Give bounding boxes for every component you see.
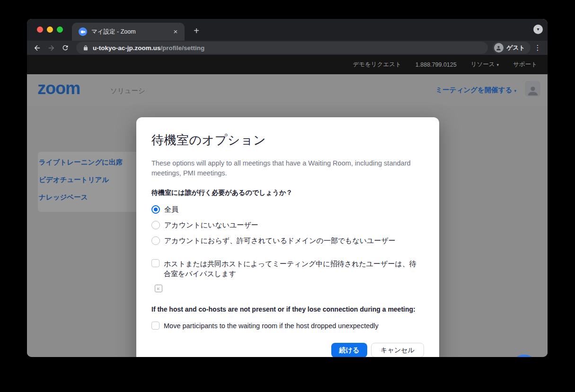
url-text: u-tokyo-ac-jp.zoom.us/profile/setting [93, 44, 204, 52]
zoom-logo[interactable]: zoom [37, 80, 80, 97]
close-window-button[interactable] [37, 26, 43, 33]
dialog-actions: 続ける キャンセル [331, 343, 424, 357]
broken-image-icon: v. [155, 285, 162, 292]
new-tab-button[interactable]: + [190, 25, 203, 38]
back-icon[interactable] [31, 42, 43, 54]
nav-item-solutions[interactable]: ソリューシ [110, 87, 145, 96]
zoom-favicon-icon [79, 27, 87, 36]
site-header: zoom ソリューシ ミーティングを開催する▾ [27, 74, 548, 105]
tab-strip: マイ設定 - Zoom × + ▾ [27, 19, 548, 41]
tab-title: マイ設定 - Zoom [91, 28, 171, 36]
radio-option-users-not-in-allowed-domains[interactable]: アカウントにおらず、許可されているドメインの一部でもないユーザー [151, 236, 424, 245]
bypass-waiting-room-checkbox-row[interactable]: ホストまたは共同ホストによってミーティング中に招待されたユーザーは、待合室をバイ… [151, 259, 424, 279]
address-bar[interactable]: u-tokyo-ac-jp.zoom.us/profile/setting [76, 42, 488, 54]
guest-avatar-icon [494, 43, 504, 52]
checkbox-unchecked-icon[interactable] [151, 322, 159, 330]
move-participants-checkbox-row[interactable]: Move participants to the waiting room if… [151, 321, 424, 331]
profile-guest-button[interactable]: ゲスト [493, 42, 531, 54]
link-video-tutorials[interactable]: ビデオチュートリアル [39, 175, 109, 184]
browser-toolbar: u-tokyo-ac-jp.zoom.us/profile/setting ゲス… [27, 41, 548, 55]
radio-unselected-icon[interactable] [151, 236, 160, 245]
link-knowledge-base[interactable]: ナレッジベース [39, 193, 88, 202]
guest-label: ゲスト [507, 44, 525, 52]
continue-button[interactable]: 続ける [331, 343, 368, 357]
url-host: u-tokyo-ac-jp.zoom.us [93, 44, 160, 52]
chevron-down-icon: ▾ [514, 88, 516, 93]
browser-menu-icon[interactable]: ⋮ [532, 44, 543, 52]
topbar-link-resources[interactable]: リソース▾ [471, 61, 499, 69]
link-live-training[interactable]: ライブトレーニングに出席 [39, 158, 123, 167]
forward-icon[interactable] [45, 42, 57, 54]
chevron-down-icon: ▾ [497, 62, 499, 67]
tab-search-chevron-icon[interactable]: ▾ [533, 25, 543, 34]
browser-window: マイ設定 - Zoom × + ▾ u-tokyo-ac-jp.zoom.us/… [27, 19, 548, 357]
dialog-title: 待機室のオプション [151, 117, 424, 148]
browser-tab[interactable]: マイ設定 - Zoom × [72, 23, 185, 41]
checkbox-unchecked-icon[interactable] [151, 259, 159, 267]
topbar-phone-number[interactable]: 1.888.799.0125 [416, 61, 457, 68]
radio-option-everyone[interactable]: 全員 [151, 205, 424, 214]
account-avatar[interactable] [525, 81, 540, 96]
cancel-button[interactable]: キャンセル [371, 343, 424, 357]
radio-selected-icon[interactable] [151, 205, 160, 214]
radio-option-users-not-in-account[interactable]: アカウントにいないユーザー [151, 220, 424, 230]
topbar-link-request-demo[interactable]: デモをリクエスト [353, 61, 401, 69]
url-path: /profile/setting [160, 44, 204, 52]
site-topbar: デモをリクエスト 1.888.799.0125 リソース▾ サポート [27, 55, 548, 74]
zoom-window-button[interactable] [57, 26, 63, 33]
dialog-description: These options will apply to all meetings… [151, 158, 424, 178]
page-dimmed: デモをリクエスト 1.888.799.0125 リソース▾ サポート zoom … [27, 55, 548, 357]
waiting-room-question: 待機室には誰が行く必要があるのでしょうか？ [151, 189, 424, 197]
tab-close-icon[interactable]: × [171, 27, 180, 36]
radio-unselected-icon[interactable] [151, 221, 160, 229]
host-meeting-link[interactable]: ミーティングを開催する▾ [435, 86, 516, 95]
reload-icon[interactable] [59, 42, 71, 54]
host-absent-heading: If the host and co-hosts are not present… [151, 305, 424, 313]
waiting-room-options-dialog: 待機室のオプション These options will apply to al… [136, 117, 439, 357]
lock-icon [83, 45, 88, 51]
desktop-background: マイ設定 - Zoom × + ▾ u-tokyo-ac-jp.zoom.us/… [0, 0, 575, 392]
minimize-window-button[interactable] [47, 26, 53, 33]
window-controls [37, 26, 63, 33]
topbar-link-support[interactable]: サポート [513, 61, 537, 69]
